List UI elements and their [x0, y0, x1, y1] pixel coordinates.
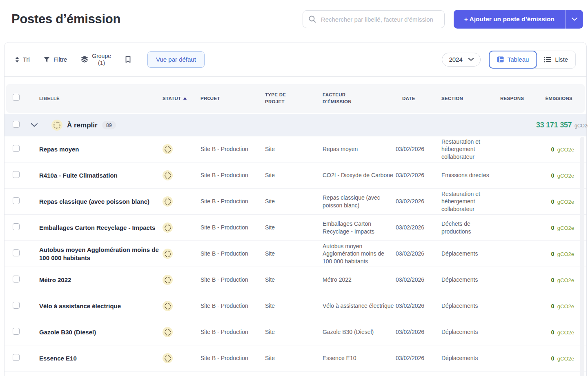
row-date: 03/02/2026: [395, 328, 436, 336]
table-row[interactable]: Repas classique (avec poisson blanc) Sit…: [4, 189, 586, 215]
row-project: Site B - Production: [196, 328, 260, 336]
column-header-projet[interactable]: PROJET: [196, 95, 260, 102]
row-emissions-unit: gCO2e: [557, 329, 574, 336]
select-all-checkbox[interactable]: [13, 94, 20, 101]
search-box[interactable]: [303, 10, 445, 28]
row-project: Site B - Production: [196, 198, 260, 205]
row-checkbox[interactable]: [13, 171, 20, 178]
column-header-libelle[interactable]: LIBELLÉ: [28, 95, 160, 102]
row-project-type: Site: [260, 171, 321, 179]
add-emission-dropdown-button[interactable]: [565, 10, 583, 29]
row-status-cell: [160, 327, 196, 337]
row-date: 03/02/2026: [395, 276, 436, 283]
row-emission-factor: Métro 2022: [321, 276, 395, 283]
group-collapse-toggle[interactable]: [28, 123, 40, 127]
row-section: Déplacements: [436, 276, 500, 283]
row-checkbox[interactable]: [13, 249, 20, 256]
row-emissions-unit: gCO2e: [557, 356, 574, 362]
row-project: Site B - Production: [196, 171, 260, 179]
row-label: R410a - Fuite Climatisation: [28, 171, 160, 180]
status-pending-icon: [51, 120, 62, 131]
table-row[interactable]: Gazole B30 (Diesel) Site B - Production …: [4, 319, 586, 345]
row-checkbox-cell: [13, 249, 28, 258]
row-project-type: Site: [260, 145, 321, 153]
table-row[interactable]: Repas moyen Site B - Production Site Rep…: [4, 136, 586, 162]
row-checkbox[interactable]: [13, 354, 20, 361]
table-row[interactable]: Métro 2022 Site B - Production Site Métr…: [4, 267, 586, 293]
row-checkbox-cell: [13, 328, 28, 336]
row-project-type: Site: [260, 328, 321, 336]
year-select[interactable]: 2024: [442, 53, 480, 67]
status-pending-icon: [163, 275, 173, 285]
row-date: 03/02/2026: [395, 198, 436, 205]
chevron-down-icon: [468, 58, 474, 61]
group-row-a-remplir[interactable]: À remplir 89 33 171 357 gCO2e: [4, 114, 586, 136]
view-list-button[interactable]: Liste: [537, 51, 575, 68]
row-checkbox[interactable]: [13, 302, 20, 309]
group-total-unit: gCO2e: [575, 123, 588, 129]
row-checkbox[interactable]: [13, 223, 20, 230]
table-icon: [497, 56, 504, 62]
row-project-type: Site: [260, 224, 321, 231]
column-header-emissions[interactable]: ÉMISSIONS: [536, 95, 585, 102]
table-row[interactable]: Autobus moyen Agglomération moins de 100…: [4, 241, 586, 267]
row-emissions-value: 0: [551, 146, 555, 153]
column-header-respons[interactable]: RESPONS: [500, 95, 536, 102]
statut-header-label: STATUT: [163, 95, 181, 102]
filter-button[interactable]: Filtre: [44, 56, 67, 63]
bookmark-view-button[interactable]: [125, 56, 131, 63]
search-icon: [309, 16, 316, 23]
row-project-type: Site: [260, 354, 321, 362]
year-value: 2024: [449, 56, 462, 63]
chevron-down-icon: [31, 123, 38, 127]
view-table-button[interactable]: Tableau: [489, 51, 537, 69]
column-header-date[interactable]: DATE: [395, 95, 436, 102]
row-emissions: 0 gCO2e: [536, 224, 586, 231]
row-emissions: 0 gCO2e: [536, 329, 586, 336]
group-label: Groupe (1): [92, 53, 111, 66]
vertical-scrollbar[interactable]: [580, 137, 584, 376]
group-total-value: 33 171 357: [536, 121, 572, 129]
row-checkbox[interactable]: [13, 276, 20, 283]
sort-button[interactable]: Tri: [15, 56, 30, 63]
row-project: Site B - Production: [196, 250, 260, 257]
filter-label: Filtre: [53, 56, 67, 63]
row-checkbox-cell: [13, 197, 28, 206]
table-row[interactable]: R410a - Fuite Climatisation Site B - Pro…: [4, 162, 586, 189]
row-project: Site B - Production: [196, 302, 260, 309]
row-label: Repas classique (avec poisson blanc): [28, 198, 160, 206]
row-checkbox[interactable]: [13, 197, 20, 204]
row-label: Emballages Carton Recyclage - Impacts: [28, 224, 160, 232]
column-header-type-de-projet[interactable]: TYPE DE PROJET: [260, 91, 298, 105]
row-checkbox[interactable]: [13, 145, 20, 152]
status-pending-icon: [163, 327, 173, 337]
add-emission-button-group: + Ajouter un poste d’émission: [454, 10, 583, 29]
search-input[interactable]: [320, 16, 439, 23]
group-button[interactable]: Groupe (1): [81, 53, 111, 66]
row-label: Repas moyen: [28, 145, 160, 154]
row-checkbox[interactable]: [13, 328, 20, 335]
row-label: Métro 2022: [28, 276, 160, 284]
row-status-cell: [160, 301, 196, 311]
row-emissions: 0 gCO2e: [536, 303, 586, 310]
group-select-checkbox[interactable]: [13, 121, 20, 128]
default-view-button[interactable]: Vue par défaut: [147, 51, 205, 68]
row-label: Autobus moyen Agglomération moins de 100…: [28, 246, 160, 262]
row-emissions-value: 0: [551, 329, 555, 336]
view-list-label: Liste: [555, 56, 568, 63]
sort-asc-icon: [183, 97, 187, 100]
column-header-facteur[interactable]: FACTEUR D’ÉMISSION: [321, 91, 366, 105]
row-emissions: 0 gCO2e: [536, 146, 586, 153]
table-row[interactable]: Essence E10 Site B - Production Site Ess…: [4, 345, 586, 372]
table-row[interactable]: Vélo à assistance électrique Site B - Pr…: [4, 293, 586, 319]
row-emission-factor: Vélo à assistance électrique: [321, 302, 395, 309]
table-row[interactable]: Emballages Carton Recyclage - Impacts Si…: [4, 215, 586, 241]
group-title: À remplir 89: [40, 120, 536, 131]
column-header-section[interactable]: SECTION: [436, 95, 500, 102]
row-date: 03/02/2026: [395, 250, 436, 257]
column-header-statut[interactable]: STATUT: [160, 95, 196, 102]
group-label: À remplir: [67, 121, 98, 129]
select-all-cell: [13, 94, 28, 103]
page-header: Postes d’émission + Ajouter un poste d’é…: [0, 0, 588, 29]
add-emission-button[interactable]: + Ajouter un poste d’émission: [454, 10, 565, 29]
